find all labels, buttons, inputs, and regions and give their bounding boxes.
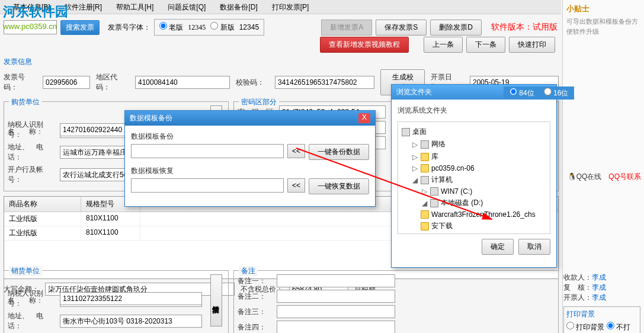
font-old-radio[interactable]: 老版	[159, 22, 183, 33]
font-new-radio[interactable]: 新版	[210, 22, 234, 33]
computer-icon	[421, 176, 429, 184]
backup-dialog: 数据模板备份 X 数据模板备份 << 一键备份数据 数据模板恢复 << 一键恢复…	[124, 110, 376, 207]
delete-invoice-button[interactable]: 删除发票D	[430, 20, 482, 36]
quick-print-button[interactable]: 快速打印	[509, 37, 555, 53]
remark4-input[interactable]	[277, 321, 395, 333]
backup-browse-button[interactable]: <<	[287, 144, 305, 158]
goods-cell: 810X1100	[81, 212, 140, 226]
tree-download[interactable]: 安下载	[402, 220, 546, 232]
invoice-num-input[interactable]	[43, 76, 90, 89]
seller-addr-label: 地址、 电话：	[8, 311, 54, 331]
tree-warcraft[interactable]: Warcraft3FrozenThrone1.26_chs	[402, 209, 546, 220]
buyer-bank-label: 开户行及帐号：	[8, 165, 54, 185]
next-button[interactable]: 下一条	[466, 37, 505, 53]
tree-local-d[interactable]: ◢本地磁盘 (D:)	[402, 197, 546, 209]
version-text: 软件版本：试用版	[491, 22, 558, 33]
seller-addr-input[interactable]	[60, 315, 202, 328]
close-icon[interactable]: X	[358, 113, 370, 123]
bit84-radio[interactable]: 84位	[510, 88, 534, 98]
expand-icon[interactable]: ▷	[411, 164, 418, 172]
folder-icon	[421, 210, 429, 219]
tree-pending[interactable]: 安等待上传	[402, 232, 546, 234]
menu-help[interactable]: 帮助工具[H]	[109, 0, 161, 14]
font-label: 发票号字体：	[108, 23, 150, 33]
expand-icon[interactable]: ▷	[411, 140, 418, 149]
print-section: 收款人：李成 复 核：李成 开票人：李成 打印背景 打印背景 不打印背景	[563, 273, 640, 333]
network-icon	[421, 140, 429, 149]
toolbar-row2: 查看新增发票视频教程 上一条 下一条 快速打印	[0, 36, 561, 53]
remark3-input[interactable]	[277, 305, 395, 318]
add-seller-button[interactable]: 新增销货单位	[210, 274, 222, 326]
menu-backup[interactable]: 数据备份[D]	[213, 0, 264, 14]
bit16-radio[interactable]: 16位	[544, 88, 569, 98]
tree-win7[interactable]: ▷WIN7 (C:)	[402, 186, 546, 197]
backup-label: 数据模板备份	[131, 132, 369, 142]
print-bg-yes[interactable]: 打印背景	[566, 323, 604, 331]
buyer-addr-label: 地址、 电话：	[8, 142, 54, 162]
logo-url: www.pc0359.cn	[3, 22, 68, 31]
qq-online-link[interactable]: QQ在线	[576, 172, 602, 181]
library-icon	[421, 153, 429, 161]
restore-browse-button[interactable]: <<	[287, 178, 305, 193]
backup-path-input[interactable]	[131, 144, 284, 158]
tree-libraries[interactable]: ▷库	[402, 151, 546, 163]
remark-fieldset: 备注 备注一： 备注二： 备注三： 备注四：	[233, 270, 559, 333]
font-old-sample: 12345	[188, 23, 206, 32]
tree-pc0359[interactable]: ▷pc0359.cn-06	[402, 163, 546, 174]
restore-execute-button[interactable]: 一键恢复数据	[309, 178, 369, 194]
region-label: 地区代码：	[96, 72, 129, 92]
menu-print[interactable]: 打印发票[P]	[265, 0, 316, 14]
goods-cell: 工业纸版	[4, 212, 81, 226]
tips-text: 可导出数据和模板备份方便软件升级	[566, 17, 640, 36]
region-input[interactable]	[135, 76, 230, 89]
remark4-label: 备注四：	[238, 322, 271, 332]
browse-subtitle: 浏览系统文件夹	[398, 105, 550, 116]
logo: 河东软件园 www.pc0359.cn	[3, 3, 68, 31]
tree-desktop[interactable]: 桌面	[402, 126, 546, 138]
issuer-value: 李成	[592, 293, 606, 302]
tree-computer[interactable]: ◢计算机	[402, 174, 546, 186]
seller-tax-input[interactable]	[60, 292, 202, 305]
goods-header-name[interactable]: 商品名称	[4, 197, 81, 212]
ok-button[interactable]: 确定	[482, 239, 514, 255]
new-invoice-button[interactable]: 新增发票A	[321, 20, 372, 36]
font-new-sample: 12345	[239, 23, 259, 31]
backup-execute-button[interactable]: 一键备份数据	[309, 144, 369, 160]
seller-section: 销货单位	[9, 266, 42, 276]
print-bg-group: 打印背景 打印背景 不打印背景	[563, 306, 640, 333]
folder-icon	[421, 164, 429, 172]
cancel-button[interactable]: 取消	[518, 239, 550, 255]
invoice-num-label: 发票号码：	[4, 72, 37, 92]
collapse-icon[interactable]: ◢	[411, 176, 418, 184]
folder-icon	[421, 222, 429, 230]
bit-select-group: 84位 16位	[504, 87, 574, 100]
remark1-label: 备注一：	[238, 276, 271, 286]
menu-feedback[interactable]: 问题反馈[Q]	[161, 0, 213, 14]
save-invoice-button[interactable]: 保存发票S	[376, 20, 427, 36]
check-input[interactable]	[275, 76, 374, 89]
expand-icon[interactable]: ▷	[421, 187, 428, 196]
issuer-label: 开票人：	[563, 293, 592, 302]
remark-section: 备注	[239, 266, 258, 276]
tree-network[interactable]: ▷网络	[402, 138, 546, 151]
cipher-section: 密码区部分	[239, 97, 279, 107]
font-radio-group: 老版 12345 新版 12345	[154, 19, 264, 36]
qq-contact-link[interactable]: QQ号联系	[608, 172, 641, 181]
review-label: 复 核：	[563, 283, 592, 292]
check-label: 校验码：	[236, 78, 269, 88]
goods-cell: 工业纸版	[4, 226, 81, 240]
prev-button[interactable]: 上一条	[424, 37, 463, 53]
drive-icon	[430, 187, 438, 196]
remark2-label: 备注二：	[238, 292, 271, 302]
remark1-input[interactable]	[277, 274, 395, 287]
qq-online-icon: 🐧	[568, 172, 576, 181]
expand-icon[interactable]: ▷	[411, 153, 418, 161]
tutorial-button[interactable]: 查看新增发票视频教程	[320, 37, 409, 53]
restore-label: 数据模板恢复	[131, 166, 369, 176]
collapse-icon[interactable]: ◢	[421, 199, 428, 207]
restore-path-input[interactable]	[131, 178, 284, 193]
print-bg-label: 打印背景	[566, 309, 637, 319]
backup-dialog-title: 数据模板备份	[130, 113, 172, 123]
remark2-input[interactable]	[277, 290, 395, 303]
seller-fieldset: 销货单位 名 称：新增销货单位 纳税人识别号： 地址、 电话： 开户行及帐号：	[4, 270, 229, 333]
